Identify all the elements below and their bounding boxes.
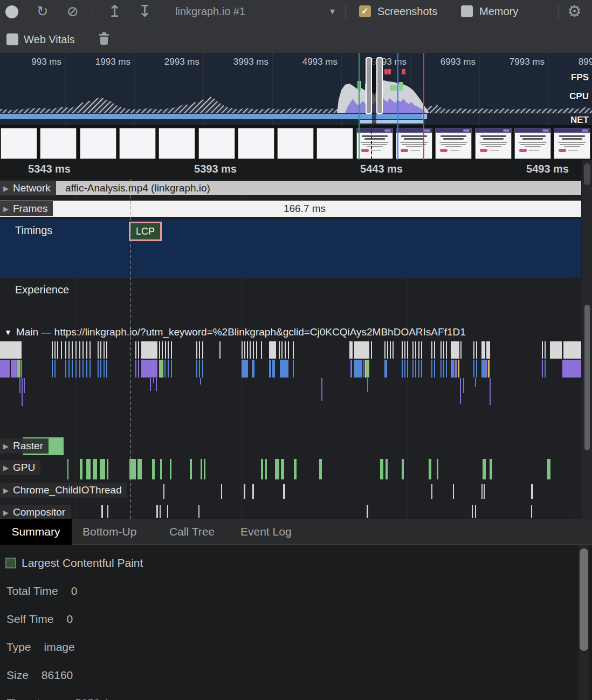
main-activity-bar[interactable] [202, 360, 203, 378]
main-task-bar[interactable] [407, 341, 408, 359]
main-task-bar[interactable] [171, 341, 172, 359]
screenshots-label[interactable]: Screenshots [377, 5, 437, 18]
main-activity-bar[interactable] [68, 360, 70, 378]
gpu-task-bar[interactable] [137, 459, 142, 479]
tab-call-tree[interactable]: Call Tree [169, 519, 215, 545]
main-activity-bar[interactable] [562, 360, 581, 378]
main-task-bar[interactable] [412, 341, 414, 359]
compositor-task-bar[interactable] [101, 505, 103, 518]
main-task-bar[interactable] [418, 341, 419, 359]
main-task-bar[interactable] [219, 341, 221, 359]
main-activity-bar[interactable] [412, 360, 414, 378]
filmstrip-frame[interactable] [40, 128, 77, 159]
main-task-bar[interactable] [82, 341, 84, 359]
main-task-bar[interactable] [52, 341, 53, 359]
main-task-bar[interactable] [141, 341, 157, 359]
memory-label[interactable]: Memory [479, 5, 518, 18]
main-task-bar[interactable] [61, 341, 62, 359]
main-task-bar[interactable] [279, 341, 280, 359]
main-task-bar[interactable] [354, 341, 369, 359]
selection-window[interactable] [372, 57, 376, 124]
trash-icon[interactable] [99, 32, 109, 45]
main-task-bar[interactable] [250, 341, 251, 359]
main-activity-bar[interactable] [75, 360, 77, 378]
filmstrip-frame[interactable] [198, 128, 235, 159]
filmstrip-frame[interactable] [238, 128, 274, 159]
web-vitals-label[interactable]: Web Vitals [24, 33, 75, 46]
main-task-bar[interactable] [443, 341, 444, 359]
main-activity-bar[interactable] [72, 360, 73, 378]
main-task-bar[interactable] [86, 341, 87, 359]
main-activity-bar[interactable] [473, 360, 474, 378]
main-task-bar[interactable] [79, 341, 80, 359]
network-track-bar[interactable]: affic-Analysis.mp4 (linkgraph.io) [0, 181, 581, 195]
io-task-bar[interactable] [531, 484, 533, 499]
compositor-task-bar[interactable] [156, 505, 158, 518]
gpu-task-bar[interactable] [80, 459, 82, 479]
main-activity-bar[interactable] [252, 360, 254, 378]
main-activity-bar[interactable] [293, 360, 294, 378]
io-thread-track-header[interactable]: ▶ Chrome_ChildIOThread [0, 483, 127, 498]
filmstrip-frame[interactable] [1, 128, 37, 159]
main-task-bar[interactable] [390, 341, 391, 359]
main-task-bar[interactable] [98, 341, 99, 359]
main-task-bar[interactable] [54, 341, 56, 359]
main-activity-bar[interactable] [100, 360, 101, 378]
main-task-bar[interactable] [431, 341, 432, 359]
io-task-bar[interactable] [481, 484, 483, 499]
io-task-bar[interactable] [431, 484, 432, 499]
main-activity-bar[interactable] [141, 360, 157, 378]
main-task-bar[interactable] [542, 341, 543, 359]
main-activity-bar[interactable] [159, 360, 163, 378]
gpu-task-bar[interactable] [380, 459, 383, 479]
main-activity-bar[interactable] [431, 360, 432, 378]
main-task-bar[interactable] [75, 341, 77, 359]
main-task-bar[interactable] [371, 341, 372, 359]
gpu-task-bar[interactable] [275, 459, 279, 479]
main-activity-bar[interactable] [354, 360, 362, 378]
main-activity-bar[interactable] [17, 360, 20, 378]
compositor-task-bar[interactable] [160, 505, 161, 518]
main-activity-bar[interactable] [402, 360, 403, 378]
main-activity-bar[interactable] [404, 360, 405, 378]
frames-track-header[interactable]: ▶ Frames [0, 201, 53, 216]
main-task-bar[interactable] [90, 341, 91, 359]
main-activity-bar[interactable] [0, 360, 10, 378]
main-task-bar[interactable] [242, 341, 243, 359]
main-task-bar[interactable] [106, 341, 107, 359]
gpu-task-bar[interactable] [152, 459, 155, 479]
main-activity-bar[interactable] [415, 360, 416, 378]
main-activity-bar[interactable] [384, 360, 387, 378]
compositor-task-bar[interactable] [107, 505, 108, 518]
main-task-bar[interactable] [387, 341, 388, 359]
main-activity-bar[interactable] [458, 360, 459, 378]
filmstrip-frame[interactable] [435, 128, 472, 159]
main-task-bar[interactable] [393, 341, 394, 359]
main-task-bar[interactable] [104, 341, 105, 359]
main-activity-bar[interactable] [446, 360, 447, 378]
gpu-task-bar[interactable] [386, 459, 388, 479]
gear-icon[interactable]: ⚙ [567, 3, 582, 19]
main-task-bar[interactable] [244, 341, 245, 359]
filmstrip-frame[interactable] [356, 128, 393, 159]
main-activity-bar[interactable] [21, 360, 22, 378]
main-activity-bar[interactable] [168, 360, 169, 378]
filmstrip-frame[interactable] [554, 128, 590, 159]
selection-left-handle[interactable] [366, 57, 372, 114]
main-activity-bar[interactable] [418, 360, 419, 378]
collapse-icon[interactable]: ▶ [3, 205, 9, 213]
gpu-track-header[interactable]: ▶ GPU [0, 460, 40, 475]
gpu-task-bar[interactable] [201, 459, 202, 479]
overview-scrollbar-thumb[interactable] [584, 163, 590, 185]
main-task-bar[interactable] [481, 341, 485, 359]
gpu-task-bar[interactable] [281, 459, 284, 479]
lcp-badge[interactable]: LCP [129, 222, 162, 241]
filmstrip-frame[interactable] [80, 128, 116, 159]
gpu-task-bar[interactable] [160, 459, 162, 479]
main-activity-bar[interactable] [90, 360, 91, 378]
compositor-task-bar[interactable] [472, 505, 473, 518]
main-task-bar[interactable] [460, 341, 462, 359]
main-activity-bar[interactable] [171, 360, 172, 378]
main-activity-bar[interactable] [79, 360, 80, 378]
main-task-bar[interactable] [159, 341, 160, 359]
